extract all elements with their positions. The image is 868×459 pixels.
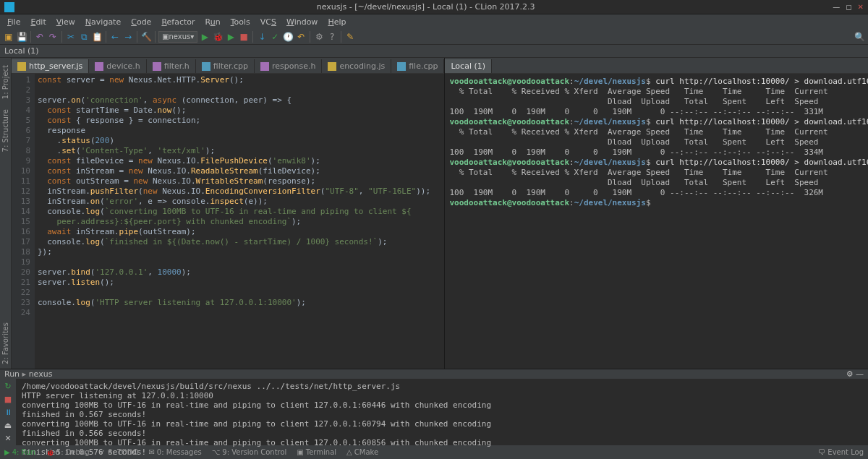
run-config-select[interactable]: ▣ nexus ▾ [158, 31, 197, 43]
copy-icon[interactable]: ⧉ [78, 31, 90, 43]
main-toolbar: ▣ 💾 ↶ ↷ ✂ ⧉ 📋 ← → 🔨 ▣ nexus ▾ ▶ 🐞 ▶ ■ ↓ … [0, 29, 868, 45]
tool-run[interactable]: ▶ 4: Run [4, 448, 35, 456]
sidebar-favorites[interactable]: 2: Favorites [0, 318, 11, 369]
terminal-tabs: Local (1) [445, 58, 868, 74]
menu-refactor[interactable]: Refactor [157, 16, 199, 28]
title-bar: nexusjs - [~/devel/nexusjs] - Local (1) … [0, 0, 868, 14]
tool-terminal[interactable]: ▣ Terminal [297, 448, 336, 456]
redo-icon[interactable]: ↷ [47, 31, 59, 43]
menu-bar: File Edit View Navigate Code Refactor Ru… [0, 14, 868, 29]
stop-icon[interactable]: ■ [238, 31, 250, 43]
tab-http-server[interactable]: http_server.js [12, 59, 89, 73]
tab-filter-cpp[interactable]: filter.cpp [196, 59, 255, 73]
minimize-icon[interactable]: — [833, 3, 840, 11]
menu-tools[interactable]: Tools [226, 16, 255, 28]
settings-icon[interactable]: ⚙ [846, 369, 854, 379]
vcs-update-icon[interactable]: ↓ [256, 31, 268, 43]
menu-help[interactable]: Help [323, 16, 350, 28]
menu-vcs[interactable]: VCS [256, 16, 281, 28]
forward-icon[interactable]: → [122, 31, 134, 43]
tab-encoding-js[interactable]: encoding.js [322, 59, 391, 73]
run-tool-tab[interactable]: nexus [29, 369, 53, 379]
terminal-tab-local[interactable]: Local (1) [445, 59, 492, 73]
stop-run-icon[interactable]: ■ [2, 393, 14, 405]
menu-code[interactable]: Code [127, 16, 156, 28]
code-area[interactable]: const server = new Nexus.Net.HTTP.Server… [35, 74, 444, 369]
exit-icon[interactable]: ⏏ [2, 419, 14, 431]
back-icon[interactable]: ← [109, 31, 121, 43]
sidebar-project[interactable]: 1: Project [0, 61, 11, 103]
cut-icon[interactable]: ✂ [65, 31, 77, 43]
menu-edit[interactable]: Edit [26, 16, 50, 28]
terminal-body[interactable]: voodooattack@voodooattack:~/devel/nexusj… [445, 74, 868, 369]
tab-filter-h[interactable]: filter.h [147, 59, 196, 73]
menu-run[interactable]: Run [201, 16, 225, 28]
editor-tabs: http_server.js device.h filter.h filter.… [12, 58, 444, 74]
coverage-icon[interactable]: ▶ [225, 31, 237, 43]
undo-icon[interactable]: ↶ [34, 31, 46, 43]
menu-navigate[interactable]: Navigate [81, 16, 125, 28]
tool-vcs[interactable]: ⌥ 9: Version Control [212, 448, 287, 456]
app-icon [4, 2, 14, 12]
left-sidebar: 1: Project 7: Structure 2: Favorites [0, 58, 12, 369]
minimize-tool-icon[interactable]: — [856, 369, 864, 379]
close-run-icon[interactable]: ✕ [2, 432, 14, 444]
terminal-pane: Local (1) voodooattack@voodooattack:~/de… [444, 58, 868, 369]
build-icon[interactable]: 🔨 [140, 31, 152, 43]
debug-icon[interactable]: 🐞 [212, 31, 224, 43]
pause-icon[interactable]: ⏸ [2, 406, 14, 418]
settings-icon[interactable]: ⚙ [313, 31, 325, 43]
sidebar-structure[interactable]: 7: Structure [0, 105, 11, 156]
tool-messages[interactable]: ✉ 0: Messages [148, 448, 201, 456]
window-title: nexusjs - [~/devel/nexusjs] - Local (1) … [19, 2, 833, 12]
help-icon[interactable]: ? [326, 31, 338, 43]
tab-file-cpp[interactable]: file.cpp [391, 59, 444, 73]
tab-device-h[interactable]: device.h [89, 59, 147, 73]
editor-body[interactable]: 123456789101112131415161718192021222324 … [12, 74, 444, 369]
breadcrumb-item[interactable]: Local (1) [4, 46, 39, 56]
menu-file[interactable]: File [3, 16, 25, 28]
run-icon[interactable]: ▶ [199, 31, 210, 43]
highlight-icon[interactable]: ✎ [344, 31, 356, 43]
tool-debug[interactable]: 🐞 5: Debug [46, 448, 90, 456]
rerun-icon[interactable]: ↻ [2, 380, 14, 392]
paste-icon[interactable]: 📋 [91, 31, 103, 43]
event-log[interactable]: 🗨 Event Log [818, 448, 864, 456]
editor-pane: http_server.js device.h filter.h filter.… [12, 58, 444, 369]
run-tool-window: Run ▸ nexus ⚙ — ↻ ■ ⏸ ⏏ ✕ /home/voodooat… [0, 369, 868, 445]
run-tool-sidebar: ↻ ■ ⏸ ⏏ ✕ [0, 379, 16, 459]
run-output[interactable]: /home/voodooattack/devel/nexusjs/build/s… [16, 379, 868, 459]
menu-window[interactable]: Window [282, 16, 322, 28]
vcs-commit-icon[interactable]: ✓ [269, 31, 281, 43]
vcs-revert-icon[interactable]: ↶ [295, 31, 307, 43]
search-icon[interactable]: 🔍 [854, 31, 865, 43]
maximize-icon[interactable]: ◻ [846, 3, 851, 11]
run-tool-title: Run [4, 369, 20, 379]
open-icon[interactable]: ▣ [3, 31, 14, 43]
gutter: 123456789101112131415161718192021222324 [12, 74, 35, 369]
vcs-history-icon[interactable]: 🕐 [282, 31, 294, 43]
tab-response-h[interactable]: response.h [255, 59, 322, 73]
tool-todo[interactable]: ✓ 6: TODO [100, 448, 139, 456]
save-icon[interactable]: 💾 [16, 31, 27, 43]
menu-view[interactable]: View [52, 16, 80, 28]
tool-cmake[interactable]: △ CMake [346, 448, 378, 456]
breadcrumb: Local (1) [0, 45, 868, 58]
close-icon[interactable]: ✕ [858, 3, 864, 11]
